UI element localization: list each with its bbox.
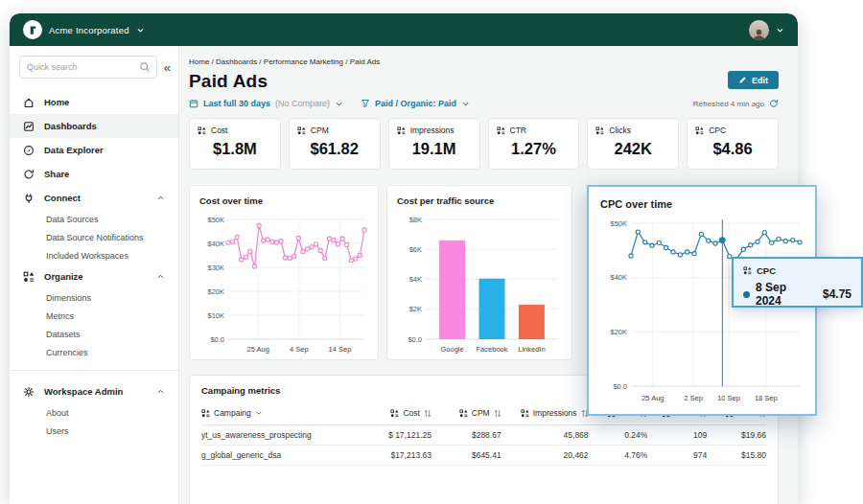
table-cell: $19.66 xyxy=(707,430,766,440)
tooltip-value: $4.75 xyxy=(823,287,851,301)
kpi-label: CPC xyxy=(709,126,726,135)
org-switcher[interactable]: Acme Incorporated xyxy=(23,20,145,39)
sidebar-item-label: Connect xyxy=(44,193,147,203)
sidebar-item-data-sources[interactable]: Data Sources xyxy=(10,210,178,228)
svg-text:$4K: $4K xyxy=(409,275,422,284)
page: Acme Incorporated « xyxy=(0,0,863,504)
compare-label: (No Compare) xyxy=(275,99,330,108)
kpi-value: 19.1M xyxy=(397,140,472,158)
chevron-down-icon xyxy=(335,100,343,108)
chart-title: Cost per traffic source xyxy=(397,195,562,206)
date-range-filter[interactable]: Last full 30 days (No Compare) xyxy=(189,99,343,108)
sidebar-item-dashboards[interactable]: Dashboards xyxy=(10,114,178,138)
svg-text:25 Aug: 25 Aug xyxy=(641,394,664,402)
kpi-value: 1.27% xyxy=(497,140,571,158)
column-label: Impressions xyxy=(533,408,577,418)
sidebar-item-dimensions[interactable]: Dimensions xyxy=(10,288,178,307)
metric-icon xyxy=(743,266,752,275)
org-name: Acme Incorporated xyxy=(49,25,129,35)
kpi-card-impressions[interactable]: Impressions 19.1M xyxy=(388,118,480,170)
column-header-cpm[interactable]: CPM xyxy=(432,408,501,418)
kpi-card-cpc[interactable]: CPC $4.86 xyxy=(687,118,779,170)
bar-google xyxy=(439,241,465,339)
table-cell: $15.80 xyxy=(707,450,766,460)
breadcrumb[interactable]: Home / Dashboards / Performance Marketin… xyxy=(189,57,779,66)
avatar xyxy=(749,20,769,40)
svg-text:$20K: $20K xyxy=(207,287,224,296)
chart-title: Cost over time xyxy=(199,195,368,206)
sidebar-item-share[interactable]: Share xyxy=(10,162,178,186)
column-label: Cost xyxy=(403,408,419,418)
chevron-up-icon xyxy=(156,194,165,202)
table-cell: $ 17,121.25 xyxy=(355,430,432,440)
sidebar-item-connect[interactable]: Connect xyxy=(10,186,178,210)
column-header-campaing[interactable]: Campaing xyxy=(201,408,355,418)
tooltip-date: 8 Sep 2024 xyxy=(756,281,805,308)
kpi-value: 242K xyxy=(595,140,670,158)
edit-button[interactable]: Edit xyxy=(728,71,779,89)
sidebar-item-metrics[interactable]: Metrics xyxy=(10,307,178,325)
refreshed-label: Refreshed 4 min ago xyxy=(693,100,764,108)
kpi-value: $1.8M xyxy=(198,140,272,158)
refresh-icon[interactable] xyxy=(769,99,779,108)
search-input[interactable] xyxy=(20,57,140,78)
sidebar-item-included-workspaces[interactable]: Included Workspaces xyxy=(10,246,178,264)
sidebar-item-currencies[interactable]: Currencies xyxy=(10,343,178,361)
column-header-impressions[interactable]: Impressions xyxy=(501,408,589,418)
refresh-status: Refreshed 4 min ago xyxy=(693,99,779,108)
sidebar-item-about[interactable]: About xyxy=(10,403,178,422)
svg-text:10 Sep: 10 Sep xyxy=(717,394,740,402)
dashboard-icon xyxy=(23,121,35,132)
sidebar-collapse-button[interactable]: « xyxy=(164,61,169,74)
sidebar-item-workspace-admin[interactable]: Workspace Admin xyxy=(10,379,178,403)
bar-linkedin xyxy=(519,305,545,339)
kpi-card-cpm[interactable]: CPM $61.82 xyxy=(289,118,381,170)
column-header-cost[interactable]: Cost xyxy=(355,408,432,418)
svg-text:14 Sep: 14 Sep xyxy=(329,345,352,354)
sidebar-item-datasets[interactable]: Datasets xyxy=(10,325,178,343)
svg-text:2 Sep: 2 Sep xyxy=(684,394,703,402)
user-menu[interactable] xyxy=(749,20,784,40)
svg-text:Facebook: Facebook xyxy=(477,345,508,354)
table-cell: g_global_generic_dsa xyxy=(201,450,355,460)
column-label: Campaing xyxy=(214,408,251,418)
svg-text:$10K: $10K xyxy=(207,311,224,320)
kpi-card-cost[interactable]: Cost $1.8M xyxy=(189,118,281,170)
svg-text:Google: Google xyxy=(441,345,464,354)
chevron-down-icon xyxy=(255,409,263,417)
svg-text:$40K: $40K xyxy=(610,273,627,282)
kpi-label: CTR xyxy=(510,126,526,135)
metric-icon xyxy=(297,126,306,135)
chevron-down-icon xyxy=(776,26,784,34)
tooltip-metric-label: CPC xyxy=(757,265,776,276)
kpi-card-clicks[interactable]: Clicks 242K xyxy=(587,118,679,170)
kpi-card-ctr[interactable]: CTR 1.27% xyxy=(488,118,580,170)
metric-icon xyxy=(397,126,406,135)
pencil-icon xyxy=(738,76,747,84)
svg-text:$40K: $40K xyxy=(207,240,224,248)
table-row[interactable]: yt_us_awareness_prospecting$ 17,121.25$2… xyxy=(201,425,766,446)
svg-text:25 Aug: 25 Aug xyxy=(247,345,269,354)
svg-text:$50K: $50K xyxy=(610,219,627,228)
sidebar-item-home[interactable]: Home xyxy=(10,90,178,114)
segment-filter[interactable]: Paid / Organic: Paid xyxy=(361,99,470,108)
sidebar-item-users[interactable]: Users xyxy=(10,422,178,440)
chevron-up-icon xyxy=(156,387,165,396)
table-row[interactable]: g_global_generic_dsa$17,213.63$645.4120,… xyxy=(201,446,766,466)
metric-icon xyxy=(521,409,529,418)
sidebar-item-label: Data Explorer xyxy=(44,145,165,155)
svg-text:$0.0: $0.0 xyxy=(408,335,422,344)
sidebar-item-data-explorer[interactable]: Data Explorer xyxy=(10,138,178,162)
svg-text:$0.0: $0.0 xyxy=(613,382,627,391)
metric-icon xyxy=(595,126,604,135)
sidebar-item-organize[interactable]: Organize xyxy=(10,264,178,288)
gear-icon xyxy=(23,386,35,398)
table-cell: 974 xyxy=(647,450,707,460)
metric-icon xyxy=(390,409,399,418)
table-cell: 109 xyxy=(647,430,707,440)
search-box xyxy=(19,56,157,79)
sidebar-item-data-source-notifications[interactable]: Data Source Notifications xyxy=(10,228,178,246)
page-title: Paid Ads xyxy=(189,71,268,92)
svg-text:$50K: $50K xyxy=(207,216,224,224)
table-cell: 4.76% xyxy=(589,450,648,460)
